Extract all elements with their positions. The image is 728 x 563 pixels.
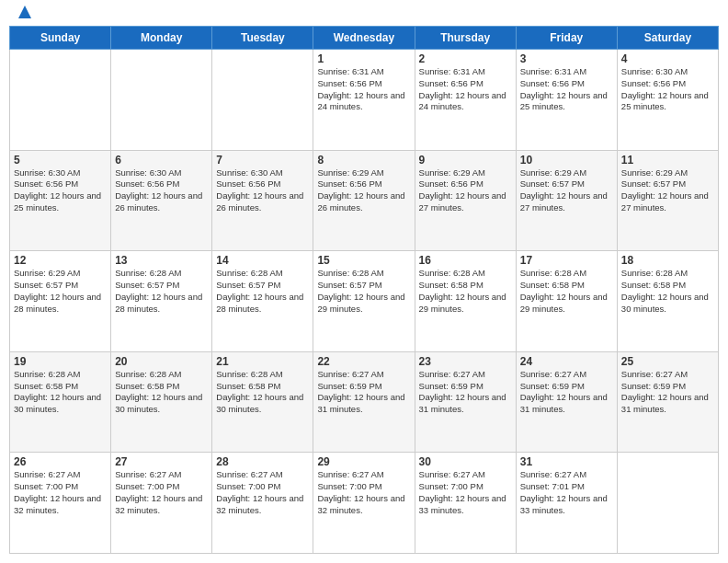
day-number: 10	[520, 154, 613, 167]
weekday-header-thursday: Thursday	[415, 27, 516, 50]
day-number: 7	[216, 154, 309, 167]
day-info: Sunrise: 6:28 AM Sunset: 6:57 PM Dayligh…	[115, 268, 208, 315]
calendar-cell: 12Sunrise: 6:29 AM Sunset: 6:57 PM Dayli…	[10, 251, 111, 352]
calendar-cell: 15Sunrise: 6:28 AM Sunset: 6:57 PM Dayli…	[313, 251, 415, 352]
svg-marker-1	[22, 13, 28, 18]
calendar-week-row: 5Sunrise: 6:30 AM Sunset: 6:56 PM Daylig…	[10, 150, 719, 251]
day-number: 5	[14, 154, 107, 167]
day-info: Sunrise: 6:28 AM Sunset: 6:58 PM Dayligh…	[216, 369, 309, 416]
calendar-cell: 13Sunrise: 6:28 AM Sunset: 6:57 PM Dayli…	[111, 251, 212, 352]
calendar-cell: 31Sunrise: 6:27 AM Sunset: 7:01 PM Dayli…	[516, 453, 617, 554]
day-info: Sunrise: 6:29 AM Sunset: 6:57 PM Dayligh…	[14, 268, 107, 315]
calendar-cell: 11Sunrise: 6:29 AM Sunset: 6:57 PM Dayli…	[617, 150, 718, 251]
day-info: Sunrise: 6:27 AM Sunset: 7:00 PM Dayligh…	[14, 469, 107, 516]
weekday-header-saturday: Saturday	[617, 27, 718, 50]
day-number: 31	[520, 455, 613, 468]
calendar-cell	[617, 453, 718, 554]
day-info: Sunrise: 6:27 AM Sunset: 6:59 PM Dayligh…	[621, 369, 714, 416]
calendar-cell: 8Sunrise: 6:29 AM Sunset: 6:56 PM Daylig…	[313, 150, 415, 251]
calendar-cell	[212, 50, 313, 151]
calendar-cell: 10Sunrise: 6:29 AM Sunset: 6:57 PM Dayli…	[516, 150, 617, 251]
day-info: Sunrise: 6:29 AM Sunset: 6:57 PM Dayligh…	[520, 167, 613, 214]
day-number: 12	[14, 254, 107, 267]
day-number: 24	[520, 355, 613, 368]
calendar-cell: 4Sunrise: 6:30 AM Sunset: 6:56 PM Daylig…	[617, 50, 718, 151]
day-info: Sunrise: 6:27 AM Sunset: 7:00 PM Dayligh…	[419, 469, 512, 516]
calendar-cell: 17Sunrise: 6:28 AM Sunset: 6:58 PM Dayli…	[516, 251, 617, 352]
day-number: 26	[14, 455, 107, 468]
day-info: Sunrise: 6:30 AM Sunset: 6:56 PM Dayligh…	[14, 167, 107, 214]
calendar-week-row: 19Sunrise: 6:28 AM Sunset: 6:58 PM Dayli…	[10, 351, 719, 453]
calendar-header	[9, 9, 719, 18]
day-number: 25	[621, 355, 714, 368]
calendar-cell: 9Sunrise: 6:29 AM Sunset: 6:56 PM Daylig…	[415, 150, 516, 251]
day-number: 19	[14, 355, 107, 368]
day-number: 28	[216, 455, 309, 468]
day-info: Sunrise: 6:28 AM Sunset: 6:58 PM Dayligh…	[14, 369, 107, 416]
day-info: Sunrise: 6:27 AM Sunset: 7:00 PM Dayligh…	[216, 469, 309, 516]
calendar-cell: 28Sunrise: 6:27 AM Sunset: 7:00 PM Dayli…	[212, 453, 313, 554]
day-number: 18	[621, 254, 714, 267]
calendar-cell: 6Sunrise: 6:30 AM Sunset: 6:56 PM Daylig…	[111, 150, 212, 251]
day-number: 15	[317, 254, 410, 267]
weekday-header-monday: Monday	[111, 27, 212, 50]
day-number: 22	[317, 355, 410, 368]
calendar-cell: 3Sunrise: 6:31 AM Sunset: 6:56 PM Daylig…	[516, 50, 617, 151]
day-number: 6	[115, 154, 208, 167]
day-info: Sunrise: 6:30 AM Sunset: 6:56 PM Dayligh…	[621, 66, 714, 113]
calendar-cell: 18Sunrise: 6:28 AM Sunset: 6:58 PM Dayli…	[617, 251, 718, 352]
day-number: 4	[621, 52, 714, 65]
day-info: Sunrise: 6:28 AM Sunset: 6:57 PM Dayligh…	[317, 268, 410, 315]
day-number: 29	[317, 455, 410, 468]
calendar-cell: 16Sunrise: 6:28 AM Sunset: 6:58 PM Dayli…	[415, 251, 516, 352]
day-number: 20	[115, 355, 208, 368]
day-info: Sunrise: 6:27 AM Sunset: 7:00 PM Dayligh…	[317, 469, 410, 516]
day-number: 23	[419, 355, 512, 368]
day-number: 14	[216, 254, 309, 267]
calendar-cell: 7Sunrise: 6:30 AM Sunset: 6:56 PM Daylig…	[212, 150, 313, 251]
calendar-cell: 14Sunrise: 6:28 AM Sunset: 6:57 PM Dayli…	[212, 251, 313, 352]
day-info: Sunrise: 6:30 AM Sunset: 6:56 PM Dayligh…	[216, 167, 309, 214]
day-number: 13	[115, 254, 208, 267]
calendar-cell: 25Sunrise: 6:27 AM Sunset: 6:59 PM Dayli…	[617, 351, 718, 453]
day-number: 27	[115, 455, 208, 468]
day-info: Sunrise: 6:27 AM Sunset: 6:59 PM Dayligh…	[520, 369, 613, 416]
calendar-cell: 21Sunrise: 6:28 AM Sunset: 6:58 PM Dayli…	[212, 351, 313, 453]
day-number: 1	[317, 52, 410, 65]
day-info: Sunrise: 6:28 AM Sunset: 6:57 PM Dayligh…	[216, 268, 309, 315]
logo	[13, 9, 35, 18]
day-number: 9	[419, 154, 512, 167]
day-info: Sunrise: 6:31 AM Sunset: 6:56 PM Dayligh…	[317, 66, 410, 113]
day-number: 3	[520, 52, 613, 65]
day-info: Sunrise: 6:31 AM Sunset: 6:56 PM Dayligh…	[419, 66, 512, 113]
calendar-cell: 20Sunrise: 6:28 AM Sunset: 6:58 PM Dayli…	[111, 351, 212, 453]
calendar-cell: 29Sunrise: 6:27 AM Sunset: 7:00 PM Dayli…	[313, 453, 415, 554]
day-info: Sunrise: 6:28 AM Sunset: 6:58 PM Dayligh…	[419, 268, 512, 315]
calendar-cell	[10, 50, 111, 151]
calendar-week-row: 12Sunrise: 6:29 AM Sunset: 6:57 PM Dayli…	[10, 251, 719, 352]
day-info: Sunrise: 6:27 AM Sunset: 6:59 PM Dayligh…	[317, 369, 410, 416]
calendar-cell: 26Sunrise: 6:27 AM Sunset: 7:00 PM Dayli…	[10, 453, 111, 554]
weekday-header-sunday: Sunday	[10, 27, 111, 50]
calendar-cell: 22Sunrise: 6:27 AM Sunset: 6:59 PM Dayli…	[313, 351, 415, 453]
calendar-cell: 24Sunrise: 6:27 AM Sunset: 6:59 PM Dayli…	[516, 351, 617, 453]
day-info: Sunrise: 6:28 AM Sunset: 6:58 PM Dayligh…	[621, 268, 714, 315]
day-info: Sunrise: 6:27 AM Sunset: 6:59 PM Dayligh…	[419, 369, 512, 416]
day-info: Sunrise: 6:31 AM Sunset: 6:56 PM Dayligh…	[520, 66, 613, 113]
day-number: 8	[317, 154, 410, 167]
calendar-cell: 19Sunrise: 6:28 AM Sunset: 6:58 PM Dayli…	[10, 351, 111, 453]
calendar-table: SundayMondayTuesdayWednesdayThursdayFrid…	[9, 26, 719, 554]
calendar-cell: 5Sunrise: 6:30 AM Sunset: 6:56 PM Daylig…	[10, 150, 111, 251]
calendar-cell: 23Sunrise: 6:27 AM Sunset: 6:59 PM Dayli…	[415, 351, 516, 453]
day-info: Sunrise: 6:29 AM Sunset: 6:57 PM Dayligh…	[621, 167, 714, 214]
calendar-week-row: 26Sunrise: 6:27 AM Sunset: 7:00 PM Dayli…	[10, 453, 719, 554]
calendar-cell: 2Sunrise: 6:31 AM Sunset: 6:56 PM Daylig…	[415, 50, 516, 151]
weekday-header-friday: Friday	[516, 27, 617, 50]
calendar-week-row: 1Sunrise: 6:31 AM Sunset: 6:56 PM Daylig…	[10, 50, 719, 151]
day-number: 17	[520, 254, 613, 267]
weekday-header-wednesday: Wednesday	[313, 27, 415, 50]
day-number: 21	[216, 355, 309, 368]
day-info: Sunrise: 6:29 AM Sunset: 6:56 PM Dayligh…	[317, 167, 410, 214]
day-number: 16	[419, 254, 512, 267]
calendar-cell: 30Sunrise: 6:27 AM Sunset: 7:00 PM Dayli…	[415, 453, 516, 554]
